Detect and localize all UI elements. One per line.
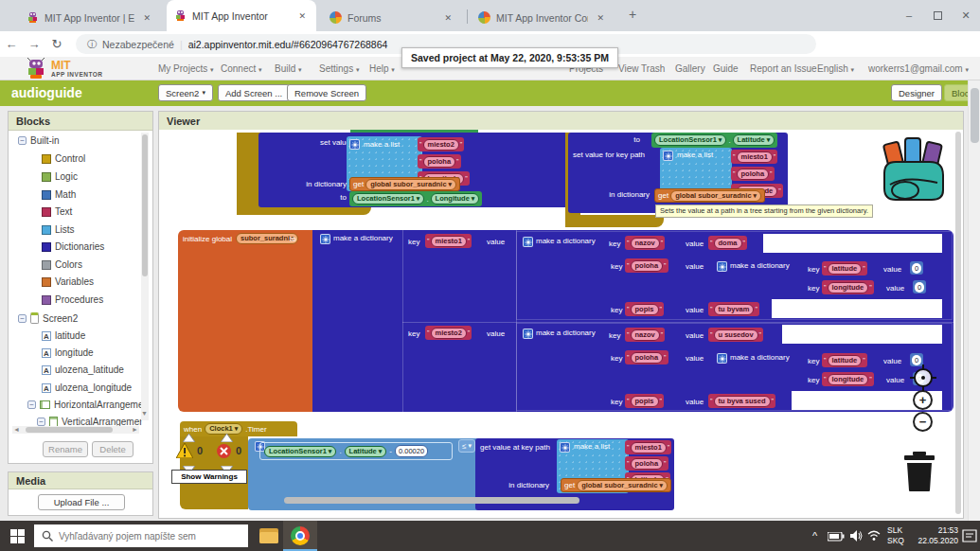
component-property-block[interactable]: LocationSensor1▾ . Longitude▾	[349, 191, 482, 206]
hidden-icons-chevron[interactable]: ^	[812, 530, 817, 542]
sidebar-item-math[interactable]: Math	[42, 189, 76, 200]
link-gallery[interactable]: Gallery	[675, 63, 705, 74]
number-field[interactable]: 0.00020	[395, 445, 428, 457]
mutator-gear-icon[interactable]	[717, 261, 727, 272]
chrome-taskbar-button[interactable]	[283, 521, 317, 551]
text-block[interactable]: "tu byva sused"	[708, 394, 775, 408]
comparison-operator-dropdown[interactable]: ≤▾	[458, 439, 475, 453]
palette-vertical-scrollbar[interactable]: ▼	[141, 133, 149, 420]
number-block[interactable]: 0	[913, 280, 926, 293]
battery-icon[interactable]	[828, 532, 845, 542]
get-variable-block[interactable]: getglobal subor_suradnic▾	[561, 478, 671, 492]
mutator-gear-icon[interactable]	[523, 329, 533, 339]
warning-up-icon[interactable]	[183, 434, 195, 442]
language-indicator[interactable]: SLK SKQ	[887, 525, 904, 546]
sidebar-item-screen2[interactable]: − Screen2	[18, 312, 78, 324]
sidebar-item-procedures[interactable]: Procedures	[42, 294, 103, 305]
mutator-gear-icon[interactable]	[320, 234, 330, 244]
text-block[interactable]: "poloha"	[418, 154, 461, 169]
text-block[interactable]: "poloha"	[625, 350, 668, 364]
rename-button[interactable]: Rename	[43, 441, 88, 457]
tab-close-icon[interactable]: ✕	[140, 12, 153, 24]
sidebar-item-ulozena-latitude[interactable]: Aulozena_latitude	[42, 364, 124, 375]
taskbar-search[interactable]	[34, 524, 248, 547]
control-frame-foot[interactable]	[565, 215, 664, 227]
scroll-right-icon[interactable]: ►	[132, 426, 138, 433]
back-icon[interactable]: ←	[0, 37, 23, 51]
text-block[interactable]: "longitude"	[822, 280, 874, 294]
scroll-left-icon[interactable]: ◄	[13, 426, 20, 433]
page-scrollbar[interactable]	[968, 80, 980, 521]
mutator-gear-icon[interactable]	[349, 139, 360, 150]
remove-screen-button[interactable]: Remove Screen	[287, 84, 366, 101]
scrollbar-thumb[interactable]	[142, 134, 148, 276]
zoom-out-button[interactable]: −	[913, 412, 933, 432]
sidebar-item-builtin[interactable]: − Built-in	[18, 135, 60, 146]
text-block[interactable]: "nazov"	[625, 236, 665, 250]
canvas-horizontal-scrollbar[interactable]	[284, 497, 579, 504]
text-block[interactable]: "miesto2"	[418, 137, 464, 151]
speaker-icon[interactable]	[850, 530, 863, 542]
subtract-block[interactable]: LocationSensor1▾ . Latitude▾ - 0.00020	[259, 442, 453, 460]
text-block[interactable]: "poloha"	[625, 258, 668, 273]
clock[interactable]: 21:53 22.05.2020	[915, 525, 958, 546]
wifi-icon[interactable]	[867, 530, 881, 541]
scroll-down-icon[interactable]: ▼	[141, 410, 148, 417]
when-clock-timer-block[interactable]: when Clock1▾ .Timer	[180, 421, 297, 436]
get-variable-block[interactable]: getglobal subor_suradnic▾	[349, 177, 460, 191]
link-view-trash[interactable]: View Trash	[618, 63, 665, 74]
reload-icon[interactable]: ↻	[45, 37, 68, 51]
set-value-block-longitude[interactable]: set value for key path make a list "mies…	[258, 133, 579, 207]
zoom-in-button[interactable]: +	[913, 390, 933, 410]
mutator-gear-icon[interactable]	[560, 442, 570, 453]
menu-help[interactable]: Help ▾	[369, 63, 395, 74]
sidebar-item-variables[interactable]: Variables	[42, 276, 94, 287]
mutator-gear-icon[interactable]	[523, 237, 533, 247]
window-maximize-button[interactable]	[923, 0, 952, 30]
text-block[interactable]: "longitude"	[822, 372, 874, 386]
scrollbar-thumb[interactable]	[26, 427, 113, 433]
window-minimize-button[interactable]: –	[895, 0, 923, 30]
error-up-icon[interactable]	[221, 434, 233, 442]
sidebar-item-longitude[interactable]: Alongitude	[42, 347, 94, 358]
canvas-vertical-scrollbar[interactable]	[955, 132, 961, 514]
component-dropdown[interactable]: LocationSensor1▾	[264, 446, 336, 457]
text-block[interactable]: "popis"	[625, 394, 664, 408]
backpack-icon[interactable]	[877, 135, 951, 205]
collapse-icon[interactable]: −	[18, 314, 27, 323]
sidebar-item-latitude[interactable]: Alatitude	[42, 330, 85, 341]
mutator-gear-icon[interactable]	[717, 353, 727, 364]
menu-connect[interactable]: Connect ▾	[221, 63, 262, 74]
menu-settings[interactable]: Settings ▾	[319, 63, 359, 74]
sidebar-item-logic[interactable]: Logic	[42, 171, 78, 182]
component-property-block[interactable]: LocationSensor1▾ . Latitude▾	[651, 133, 777, 148]
browser-tab-explore[interactable]: MIT App Inventor | Explore MIT A ✕	[19, 4, 161, 31]
tab-close-icon[interactable]: ✕	[295, 10, 309, 22]
delete-button[interactable]: Delete	[92, 441, 134, 457]
palette-horizontal-scrollbar[interactable]: ◄ ►	[12, 426, 139, 434]
number-block[interactable]: 0	[910, 261, 923, 275]
text-block[interactable]: "miesto1"	[625, 440, 671, 454]
sidebar-item-text[interactable]: Text	[42, 206, 72, 217]
text-block[interactable]: "latitude"	[822, 261, 867, 276]
mutator-gear-icon[interactable]	[663, 151, 673, 161]
initialize-global-block[interactable]: initialize global subor_suradnic to	[178, 230, 312, 412]
set-value-block-latitude[interactable]: to LocationSensor1▾ . Latitude▾ set valu…	[568, 133, 788, 213]
text-block[interactable]: "doma"	[708, 236, 747, 250]
menu-my-projects[interactable]: My Projects ▾	[158, 63, 214, 74]
blocks-canvas[interactable]: set value for key path make a list "mies…	[159, 130, 963, 518]
sidebar-item-ulozena-longitude[interactable]: Aulozena_longitude	[42, 382, 132, 393]
collapse-icon[interactable]: −	[37, 418, 45, 426]
browser-tab-appinventor[interactable]: MIT App Inventor ✕	[167, 0, 316, 31]
sidebar-item-horizontal-arrangement[interactable]: − HorizontalArrangemen	[27, 400, 147, 410]
file-explorer-icon[interactable]	[259, 528, 278, 543]
notification-center-icon[interactable]	[962, 529, 977, 542]
show-warnings-button[interactable]: Show Warnings	[171, 470, 247, 484]
menu-build[interactable]: Build ▾	[275, 63, 302, 74]
designer-button[interactable]: Designer	[891, 84, 942, 101]
collapse-icon[interactable]: −	[18, 136, 27, 145]
collapse-icon[interactable]: −	[27, 400, 36, 409]
property-dropdown[interactable]: Latitude▾	[345, 446, 387, 457]
text-block[interactable]: "miesto2"	[425, 326, 472, 340]
sidebar-item-dictionaries[interactable]: Dictionaries	[42, 241, 104, 252]
